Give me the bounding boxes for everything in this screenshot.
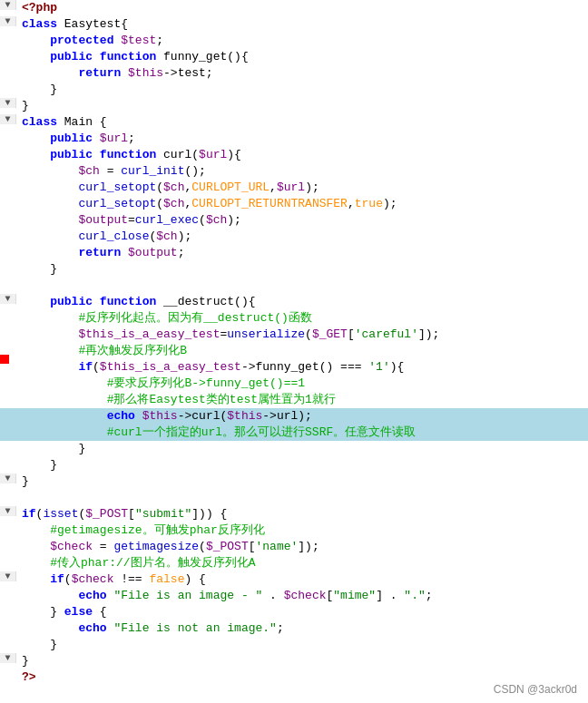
code-text: if(isset($_POST["submit"])) { [16,506,227,522]
code-line: ▼<?php [0,0,588,16]
code-text: } [16,457,57,474]
code-text: } [16,98,29,114]
code-line: } [0,457,588,474]
gutter-cell: ▼ [0,114,16,124]
code-line: return $this->test; [0,65,588,82]
code-text: #getimagesize。可触发phar反序列化 [16,522,265,539]
code-text: public $url; [16,131,135,147]
code-line: ▼} [0,474,588,490]
gutter-cell: ▼ [0,571,16,581]
code-line: #传入phar://图片名。触发反序列化A [0,555,588,571]
code-line: ▼ if($check !== false) { [0,571,588,588]
code-text: #curl一个指定的url。那么可以进行SSRF。任意文件读取 [16,425,416,441]
code-text: } [16,261,57,278]
code-line: $check = getimagesize($_POST['name']); [0,539,588,555]
fold-icon[interactable]: ▼ [5,653,10,663]
code-line: ▼ public function __destruct(){ [0,294,588,310]
code-line: echo "File is an image - " . $check["mim… [0,588,588,604]
code-line: curl_close($ch); [0,229,588,245]
gutter-cell: ▼ [0,474,16,483]
code-line: $output=curl_exec($ch); [0,212,588,229]
fold-icon[interactable]: ▼ [5,506,10,516]
breakpoint-icon[interactable] [0,355,9,364]
code-text: } [16,653,29,669]
code-line: } [0,261,588,278]
code-line [0,278,588,294]
code-text: if($check !== false) { [16,571,206,588]
code-text: public function __destruct(){ [16,294,255,310]
code-text: curl_setopt($ch,CURLOPT_RETURNTRANSFER,t… [16,196,397,212]
code-text: } [16,441,85,457]
code-text: } else { [16,604,107,620]
code-line: public function funny_get(){ [0,49,588,65]
code-text: protected $test; [16,33,163,49]
code-line: } [0,637,588,653]
fold-icon[interactable]: ▼ [5,474,10,483]
code-line: curl_setopt($ch,CURLOPT_URL,$url); [0,180,588,196]
code-text: echo "File is an image - " . $check["mim… [16,588,433,604]
code-text: <?php [16,0,57,16]
code-line [0,490,588,506]
fold-icon[interactable]: ▼ [5,16,10,26]
code-line: public $url; [0,131,588,147]
code-text: } [16,82,57,98]
code-line: echo $this->curl($this->url); [0,408,588,425]
gutter-cell: ▼ [0,653,16,663]
code-text: echo "File is not an image."; [16,620,284,637]
code-line: #要求反序列化B->funny_get()==1 [0,376,588,392]
code-text: class Main { [16,114,107,131]
code-container: ▼<?php▼class Easytest{ protected $test; … [0,0,588,703]
gutter-cell: ▼ [0,294,16,304]
code-text: return $output; [16,245,184,261]
fold-icon[interactable]: ▼ [5,571,10,581]
code-line: } [0,82,588,98]
code-text: echo $this->curl($this->url); [16,408,312,425]
code-line: } else { [0,604,588,620]
code-text: #那么将Easytest类的test属性置为1就行 [16,392,336,408]
code-text: return $this->test; [16,65,213,82]
code-line: ▼class Main { [0,114,588,131]
gutter-cell: ▼ [0,0,16,10]
code-line: } [0,441,588,457]
code-line: echo "File is not an image."; [0,620,588,637]
code-text: public function funny_get(){ [16,49,249,65]
gutter-cell: ▼ [0,506,16,516]
gutter-cell: ▼ [0,98,16,108]
code-line: ▼class Easytest{ [0,16,588,33]
fold-icon[interactable]: ▼ [5,98,10,108]
code-text: $ch = curl_init(); [16,163,206,180]
code-line: #反序列化起点。因为有__destruct()函数 [0,310,588,327]
code-text: $output=curl_exec($ch); [16,212,241,229]
code-line: $this_is_a_easy_test=unserialize($_GET['… [0,327,588,343]
code-line: ▼} [0,98,588,114]
code-line: #再次触发反序列化B [0,343,588,359]
code-text: $check = getimagesize($_POST['name']); [16,539,319,555]
fold-icon[interactable]: ▼ [5,114,10,124]
code-line: return $output; [0,245,588,261]
code-line: protected $test; [0,33,588,49]
watermark: CSDN @3ackr0d [494,683,577,696]
code-text: #反序列化起点。因为有__destruct()函数 [16,310,312,327]
code-line: #getimagesize。可触发phar反序列化 [0,522,588,539]
code-text: $this_is_a_easy_test=unserialize($_GET['… [16,327,439,343]
code-line: $ch = curl_init(); [0,163,588,180]
code-text: if($this_is_a_easy_test->funny_get() ===… [16,359,404,376]
code-line: ▼if(isset($_POST["submit"])) { [0,506,588,522]
code-text: } [16,637,57,653]
code-line: if($this_is_a_easy_test->funny_get() ===… [0,359,588,376]
code-text: curl_close($ch); [16,229,191,245]
code-line: public function curl($url){ [0,147,588,163]
code-text: curl_setopt($ch,CURLOPT_URL,$url); [16,180,319,196]
code-text: } [16,474,29,490]
fold-icon[interactable]: ▼ [5,294,10,304]
code-text: class Easytest{ [16,16,128,33]
code-text: #再次触发反序列化B [16,343,187,359]
code-line: #那么将Easytest类的test属性置为1就行 [0,392,588,408]
code-text: #传入phar://图片名。触发反序列化A [16,555,255,571]
code-line: ▼} [0,653,588,669]
code-line: curl_setopt($ch,CURLOPT_RETURNTRANSFER,t… [0,196,588,212]
code-text: ?> [16,669,36,686]
code-line: #curl一个指定的url。那么可以进行SSRF。任意文件读取 [0,425,588,441]
gutter-cell: ▼ [0,16,16,26]
fold-icon[interactable]: ▼ [5,0,10,10]
